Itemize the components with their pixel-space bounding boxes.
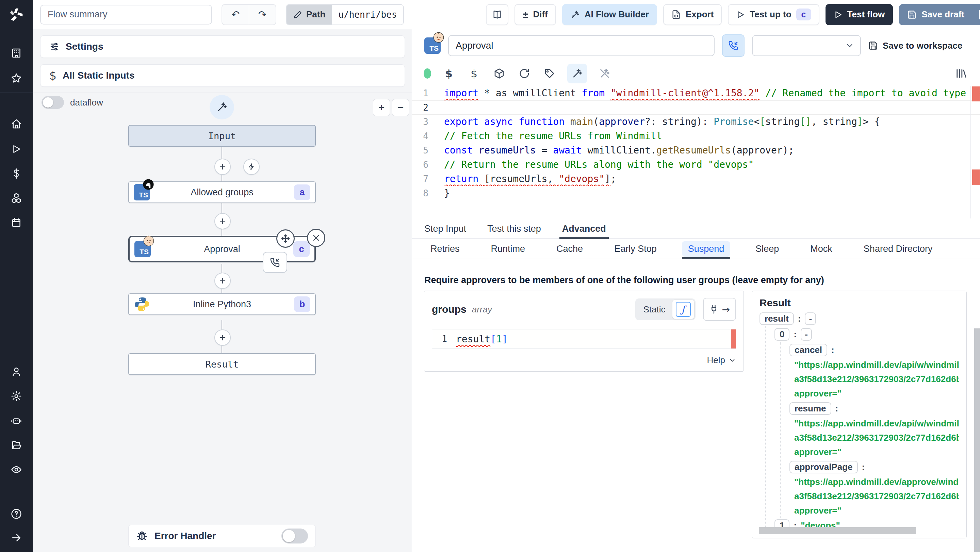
test-flow-button[interactable]: Test flow [826,4,893,25]
zoom-in-button[interactable]: + [373,99,390,116]
insert-step-button[interactable] [215,329,231,346]
sidebar-audit-eye-icon[interactable] [8,461,24,478]
sidebar-variables-icon[interactable] [8,165,24,182]
suspend-approval-badge[interactable] [263,252,287,273]
tab-advanced[interactable]: Advanced [562,219,606,238]
bug-icon [136,530,148,542]
tag-button[interactable] [542,66,557,81]
flow-summary-input[interactable] [40,5,212,24]
redo-button[interactable]: ↷ [249,5,275,24]
sidebar-schedules-icon[interactable] [8,215,24,231]
sidebar-workspace-icon[interactable] [8,45,24,61]
code-line[interactable]: 8} [412,186,980,200]
ai-disabled-button[interactable] [597,66,612,81]
code-line[interactable]: 6 // Return the resume URLs along with t… [412,157,980,172]
sidebar-home-icon[interactable] [8,116,24,132]
approval-page-key-chip[interactable]: approvalPage [789,461,858,473]
worker-tag-select[interactable] [752,35,861,56]
code-editor[interactable]: 1import * as wmillClient from "windmill-… [412,86,980,219]
path-control[interactable]: Path u/henri/bes [286,4,404,25]
path-edit-button[interactable]: Path [286,5,332,24]
groups-expression-editor[interactable]: 1 result[1] [432,329,736,349]
phone-incoming-icon [728,40,738,51]
code-line[interactable]: 5 const resumeUrls = await wmillClient.g… [412,143,980,157]
sidebar-help-icon[interactable] [8,506,24,522]
subtab-cache[interactable]: Cache [550,239,589,259]
cancel-key-chip[interactable]: cancel [789,344,827,356]
package-button[interactable] [492,66,507,81]
tab-test-this-step[interactable]: Test this step [487,219,541,238]
subtab-early-stop[interactable]: Early Stop [608,239,663,259]
all-static-inputs-button[interactable]: $ All Static Inputs [40,64,405,87]
code-line[interactable]: 7 return [resumeUrls, "devops"]; [412,172,980,186]
code-editor-lines[interactable]: 1import * as wmillClient from "windmill-… [412,86,980,200]
save-icon [907,10,917,19]
save-to-workspace-button[interactable]: Save to workspace [869,40,962,51]
subtab-sleep[interactable]: Sleep [749,239,785,259]
flow-settings-button[interactable]: Settings [40,35,405,58]
code-line[interactable]: 2 [412,100,980,115]
test-flow-label: Test flow [847,9,885,20]
file-code-icon [671,10,681,19]
insert-step-button[interactable] [215,159,231,175]
subtab-suspend[interactable]: Suspend [682,239,730,259]
collapse-toggle[interactable]: - [805,312,816,325]
windmill-logo[interactable] [0,0,33,29]
ai-flow-builder-button[interactable]: AI Flow Builder [562,4,657,25]
sidebar-users-icon[interactable] [8,363,24,380]
error-handler-toggle[interactable] [282,528,308,544]
code-line[interactable]: 4 // Fetch the resume URLs from Windmill [412,129,980,143]
sidebar-folders-icon[interactable] [8,437,24,453]
docs-book-button[interactable] [486,4,508,25]
diff-button[interactable]: ± Diff [514,4,556,25]
sidebar-ai-robot-icon[interactable] [8,412,24,429]
connect-input-button[interactable]: → [703,298,736,321]
vertical-scrollbar[interactable] [974,328,980,552]
subtab-shared-directory[interactable]: Shared Directory [858,239,939,259]
dataflow-toggle[interactable] [41,96,64,109]
sidebar-resources-icon[interactable] [8,190,24,206]
result-key-chip[interactable]: result [759,312,794,325]
ai-assistant-button[interactable] [567,64,587,83]
resume-key-chip[interactable]: resume [789,402,831,415]
static-inputs-dollar-button[interactable]: $ [466,66,482,81]
variables-dollar-button[interactable]: $ [441,66,456,81]
static-mode-option[interactable]: Static [637,304,672,315]
subtab-retries[interactable]: Retries [424,239,466,259]
flow-node-inline-python3[interactable]: Inline Python3 b [128,293,316,315]
move-step-button[interactable] [276,229,295,248]
code-line[interactable]: 1import * as wmillClient from "windmill-… [412,86,980,100]
delete-step-button[interactable] [307,229,325,247]
graph-ai-wand-button[interactable] [210,95,234,119]
help-dropdown[interactable]: Help [432,355,736,366]
flow-node-input[interactable]: Input [128,125,316,147]
flow-node-allowed-groups[interactable]: TS Allowed groups a [128,181,316,203]
sidebar-runs-icon[interactable] [8,141,24,157]
zoom-out-button[interactable]: − [392,99,409,116]
step-name-input[interactable] [448,35,714,56]
save-draft-button[interactable]: Save draft C [899,4,980,25]
insert-step-button[interactable] [215,273,231,289]
index-key-chip[interactable]: 0 [775,328,789,340]
insert-step-button[interactable] [215,213,231,229]
subtab-mock[interactable]: Mock [804,239,838,259]
export-button[interactable]: Export [663,4,722,25]
collapse-toggle[interactable]: - [801,328,812,340]
flow-node-result[interactable]: Result [128,353,316,375]
tab-step-input[interactable]: Step Input [424,219,466,238]
sidebar-favorites-icon[interactable] [8,70,24,86]
reload-button[interactable] [517,66,532,81]
code-line[interactable]: 3export async function main(approver?: s… [412,115,980,129]
javascript-mode-option[interactable]: ƒ [672,300,694,319]
subtab-runtime[interactable]: Runtime [485,239,531,259]
sidebar-expand-arrow-icon[interactable] [8,530,24,546]
test-up-to-button[interactable]: Test up to c [728,4,819,25]
sidebar-settings-icon[interactable] [8,388,24,404]
approval-step-indicator-button[interactable] [722,34,745,57]
undo-button[interactable]: ↶ [222,5,249,24]
add-trigger-button[interactable] [243,159,259,175]
horizontal-scrollbar[interactable] [759,527,916,534]
panel-divider [33,92,412,93]
error-handler-card[interactable]: Error Handler [128,525,316,547]
library-button[interactable] [953,66,969,81]
